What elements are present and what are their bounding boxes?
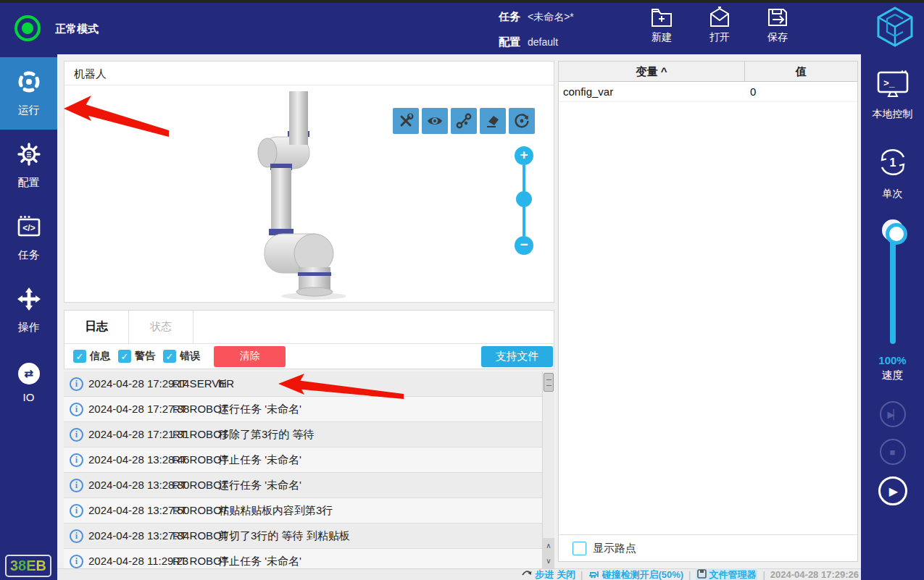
right-sidebar: >_ 本地控制 1 单次 100% 速度 <box>861 54 924 580</box>
filter-warning-label: 警告 <box>135 350 155 363</box>
filter-error[interactable]: 错误 <box>163 350 200 363</box>
zoom-in-button[interactable] <box>515 146 533 165</box>
new-task-button[interactable]: 新建 <box>638 7 686 44</box>
speed-slider-track[interactable] <box>890 230 896 344</box>
task-label: 任务 <box>499 10 520 24</box>
log-message: 粘贴粘贴板内容到第3行 <box>218 504 333 518</box>
filter-warning[interactable]: 警告 <box>118 350 155 363</box>
log-message: 运行任务 '未命名' <box>218 479 301 492</box>
status-divider: | <box>762 569 765 580</box>
speed-slider-handle[interactable] <box>882 219 904 241</box>
info-icon <box>70 403 83 416</box>
tab-status[interactable]: 状态 <box>129 311 193 343</box>
column-value-label: 值 <box>796 65 807 77</box>
io-swap-icon: ⇄ <box>18 363 40 384</box>
error-checkbox[interactable] <box>163 350 176 363</box>
collision-icon <box>588 568 599 580</box>
info-icon <box>70 479 83 492</box>
open-task-button[interactable]: 打开 <box>696 7 744 44</box>
column-variable[interactable]: 变量 ^ <box>559 62 745 81</box>
sidebar-item-config[interactable]: 配置 <box>0 130 57 202</box>
top-bar: 正常模式 任务 <未命名>* 配置 default 新建 打开 保存 <box>0 0 924 54</box>
log-row[interactable]: 2024-04-28 17:27:38 RT ROBOT 运行任务 '未命名' <box>64 397 554 422</box>
log-message: 停止任务 '未命名' <box>218 453 301 467</box>
scroll-up-button[interactable] <box>543 538 554 553</box>
info-icon <box>70 453 83 467</box>
sidebar-item-operate[interactable]: 操作 <box>0 274 57 347</box>
sidebar-item-io[interactable]: ⇄ IO <box>0 347 57 419</box>
left-sidebar: 运行 配置 </> 任务 操作 ⇄ IO 38EB <box>0 54 57 580</box>
sidebar-item-run[interactable]: 运行 <box>0 57 57 130</box>
sort-asc-icon: ^ <box>661 65 667 77</box>
variable-name: config_var <box>559 85 745 98</box>
zoom-out-button[interactable] <box>515 236 533 255</box>
save-task-button[interactable]: 保存 <box>754 7 802 44</box>
config-name-value: default <box>528 36 558 48</box>
log-message: hi <box>218 377 227 390</box>
info-icon <box>70 428 83 442</box>
show-waypoints-checkbox[interactable] <box>573 542 586 555</box>
robot-panel: 机器人 <box>64 61 554 303</box>
collision-detect-status[interactable]: 碰撞检测开启(50%) <box>588 568 683 580</box>
show-waypoints-label: 显示路点 <box>593 542 636 555</box>
file-manager-button[interactable]: 文件管理器 <box>696 568 757 580</box>
step-forward-button[interactable] <box>880 401 906 427</box>
play-button[interactable] <box>878 476 907 505</box>
clear-log-button[interactable]: 清除 <box>214 346 286 367</box>
info-icon <box>70 377 83 391</box>
eye-icon[interactable] <box>422 108 448 134</box>
robot-3d-viewport[interactable] <box>64 85 554 301</box>
log-row[interactable]: 2024-04-28 13:28:46 RT ROBOT 停止任务 '未命名' <box>64 447 554 473</box>
log-filter-row: 信息 警告 错误 清除 支持文件 <box>64 344 554 369</box>
info-icon <box>70 529 83 543</box>
sidebar-item-label: 任务 <box>18 248 40 262</box>
reset-view-icon[interactable] <box>509 108 535 134</box>
log-row[interactable]: 2024-04-28 11:29:23 RT ROBOT 停止任务 '未命名' <box>64 549 554 568</box>
tab-log[interactable]: 日志 <box>64 311 129 343</box>
sidebar-item-label: 配置 <box>18 176 40 190</box>
speed-slider[interactable] <box>882 219 904 344</box>
log-row[interactable]: 2024-04-28 17:21:31 RT ROBOT 移除了第3行的 等待 <box>64 422 554 447</box>
log-row[interactable]: 2024-04-28 13:27:34 RT ROBOT 剪切了3行的 等待 到… <box>64 524 554 549</box>
robot-panel-title: 机器人 <box>64 62 554 85</box>
log-row[interactable]: 2024-04-28 13:28:30 RT ROBOT 运行任务 '未命名' <box>64 473 554 498</box>
sidebar-item-task[interactable]: </> 任务 <box>0 202 57 274</box>
column-variable-label: 变量 <box>636 65 658 77</box>
log-message: 移除了第3行的 等待 <box>218 428 315 442</box>
sidebar-item-label: 操作 <box>18 321 40 335</box>
support-file-button[interactable]: 支持文件 <box>481 346 553 367</box>
variable-row[interactable]: config_var 0 <box>559 82 857 102</box>
scrollbar-thumb[interactable] <box>544 373 554 392</box>
info-checkbox[interactable] <box>73 350 86 363</box>
single-run-label: 单次 <box>883 188 903 201</box>
single-run-button[interactable]: 1 单次 <box>876 146 910 201</box>
mode-label: 正常模式 <box>55 22 99 36</box>
variable-value: 0 <box>745 85 857 98</box>
svg-text:>_: >_ <box>883 78 895 89</box>
path-icon[interactable] <box>451 108 477 134</box>
step-mode-status[interactable]: 步进 关闭 <box>522 568 575 580</box>
log-row[interactable]: 2024-04-28 17:29:14 RT SERVER hi <box>64 371 554 397</box>
viewport-toolbar <box>393 108 535 134</box>
stop-button[interactable] <box>880 439 906 465</box>
zoom-slider-handle[interactable] <box>516 191 532 207</box>
scroll-down-button[interactable] <box>543 553 554 568</box>
tools-icon[interactable] <box>393 108 419 134</box>
window-top-strip <box>0 0 924 3</box>
warning-checkbox[interactable] <box>118 350 131 363</box>
filter-info[interactable]: 信息 <box>73 350 110 363</box>
move-arrows-icon <box>17 287 41 314</box>
variables-panel: 变量 ^ 值 config_var 0 显示路点 <box>558 61 858 562</box>
filter-info-label: 信息 <box>90 350 110 363</box>
eraser-icon[interactable] <box>480 108 506 134</box>
log-message: 剪切了3行的 等待 到粘贴板 <box>218 529 350 543</box>
log-scrollbar[interactable] <box>542 371 554 568</box>
column-value[interactable]: 值 <box>745 62 857 81</box>
new-task-icon <box>638 7 686 28</box>
log-row[interactable]: 2024-04-28 13:27:50 RT ROBOT 粘贴粘贴板内容到第3行 <box>64 498 554 524</box>
speed-percent-value: 100% <box>878 354 906 366</box>
viewport-zoom-control <box>515 146 533 255</box>
open-task-icon <box>696 7 744 28</box>
status-divider: | <box>688 569 691 580</box>
local-control-button[interactable]: >_ 本地控制 <box>873 70 913 121</box>
